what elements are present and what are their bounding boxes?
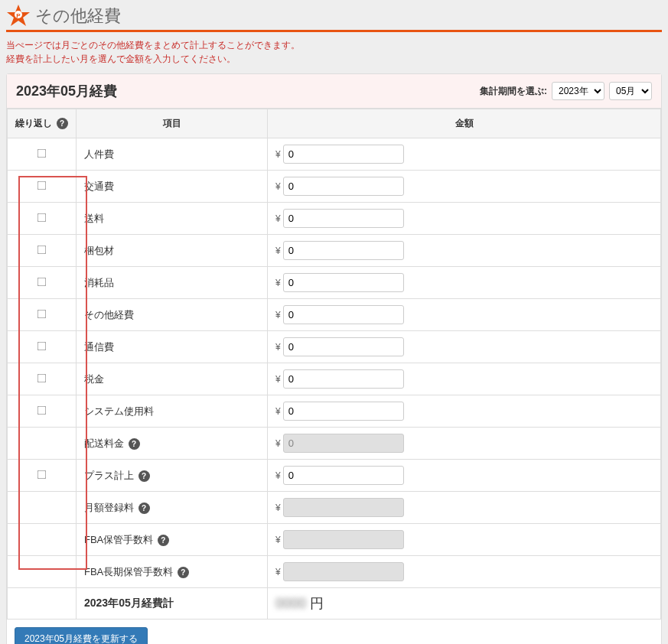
amount-cell: ¥	[268, 460, 661, 492]
header-amount: 金額	[268, 109, 661, 138]
item-label-cell: 消耗品	[77, 267, 268, 299]
repeat-checkbox[interactable]	[37, 470, 47, 479]
amount-cell: ¥	[268, 138, 661, 171]
item-label: FBA保管手数料	[84, 534, 153, 545]
item-label: 送料	[84, 213, 104, 224]
yen-symbol: ¥	[275, 567, 281, 577]
panel-footer: 2023年05月経費を更新する	[7, 620, 661, 644]
table-row: 梱包材¥	[8, 235, 661, 267]
repeat-cell	[8, 235, 77, 267]
yen-symbol: ¥	[275, 503, 281, 513]
repeat-checkbox[interactable]	[37, 373, 47, 382]
item-label-cell: 送料	[77, 203, 268, 235]
help-icon[interactable]: ?	[158, 535, 169, 546]
period-label: 集計期間を選ぶ:	[480, 85, 547, 98]
repeat-cell	[8, 299, 77, 331]
amount-cell: ¥	[268, 363, 661, 395]
table-row: 配送料金 ?¥	[8, 428, 661, 460]
amount-input[interactable]	[283, 241, 404, 260]
yen-symbol: ¥	[275, 535, 281, 545]
item-label-cell: FBA長期保管手数料 ?	[77, 556, 268, 588]
repeat-cell	[8, 395, 77, 428]
repeat-checkbox[interactable]	[37, 405, 47, 415]
amount-input[interactable]	[283, 466, 404, 485]
item-label-cell: プラス計上 ?	[77, 460, 268, 492]
item-label-cell: その他経費	[77, 299, 268, 331]
amount-cell: ¥	[268, 331, 661, 363]
repeat-cell	[8, 524, 77, 556]
header-repeat: 繰り返し ?	[8, 109, 77, 138]
item-label: 通信費	[84, 341, 114, 353]
amount-cell: ¥	[268, 395, 661, 428]
amount-input[interactable]	[283, 209, 404, 228]
repeat-cell	[8, 138, 77, 171]
amount-cell: ¥	[268, 428, 661, 460]
repeat-checkbox[interactable]	[37, 309, 47, 318]
item-label: FBA長期保管手数料	[84, 566, 173, 577]
description-line1: 当ぺージでは月ごとのその他経費をまとめて計上することができます。	[6, 38, 662, 52]
table-row: 税金¥	[8, 363, 661, 395]
description-text: 当ぺージでは月ごとのその他経費をまとめて計上することができます。 経費を計上した…	[6, 38, 662, 66]
item-label-cell: 通信費	[77, 331, 268, 363]
repeat-checkbox[interactable]	[37, 181, 47, 190]
item-label: 消耗品	[84, 277, 114, 288]
total-label: 2023年05月経費計	[77, 588, 268, 620]
header-item: 項目	[77, 109, 268, 138]
amount-input[interactable]	[283, 273, 404, 292]
year-select[interactable]: 2023年	[552, 82, 604, 100]
yen-symbol: ¥	[275, 470, 281, 481]
yen-symbol: ¥	[275, 213, 281, 224]
item-label-cell: 配送料金 ?	[77, 428, 268, 460]
amount-cell: ¥	[268, 492, 661, 524]
table-row: 消耗品¥	[8, 267, 661, 299]
yen-symbol: ¥	[275, 310, 281, 320]
table-row: FBA長期保管手数料 ?¥	[8, 556, 661, 588]
amount-input	[283, 562, 404, 581]
item-label: 配送料金	[84, 437, 124, 449]
item-label-cell: システム使用料	[77, 395, 268, 428]
yen-symbol: ¥	[275, 181, 281, 192]
period-selector: 集計期間を選ぶ: 2023年 05月	[480, 82, 652, 100]
table-row: 通信費¥	[8, 331, 661, 363]
amount-input[interactable]	[283, 369, 404, 389]
amount-input[interactable]	[283, 402, 404, 421]
amount-cell: ¥	[268, 203, 661, 235]
help-icon[interactable]: ?	[138, 470, 150, 482]
amount-cell: ¥	[268, 235, 661, 267]
repeat-checkbox[interactable]	[37, 245, 47, 254]
amount-input[interactable]	[283, 337, 404, 356]
expense-panel: 2023年05月経費 集計期間を選ぶ: 2023年 05月 繰り返し ? 項目 …	[6, 73, 662, 644]
help-icon[interactable]: ?	[138, 503, 150, 514]
item-label: 月額登録料	[84, 502, 134, 513]
svg-text:P: P	[16, 12, 21, 19]
month-select[interactable]: 05月	[609, 82, 652, 100]
table-row: 交通費¥	[8, 171, 661, 203]
table-row: プラス計上 ?¥	[8, 460, 661, 492]
repeat-checkbox[interactable]	[37, 341, 47, 350]
yen-symbol: ¥	[275, 278, 281, 288]
table-row: その他経費¥	[8, 299, 661, 331]
table-row: 月額登録料 ?¥	[8, 492, 661, 524]
update-button[interactable]: 2023年05月経費を更新する	[15, 627, 148, 644]
month-title: 2023年05月経費	[16, 82, 117, 100]
table-row: FBA保管手数料 ?¥	[8, 524, 661, 556]
help-icon[interactable]: ?	[57, 118, 68, 129]
amount-input	[283, 530, 404, 549]
help-icon[interactable]: ?	[129, 438, 140, 450]
repeat-cell	[8, 556, 77, 588]
repeat-checkbox[interactable]	[37, 213, 47, 222]
repeat-cell	[8, 492, 77, 524]
yen-symbol: ¥	[275, 149, 281, 160]
help-icon[interactable]: ?	[178, 567, 189, 578]
repeat-checkbox[interactable]	[37, 277, 47, 286]
amount-input[interactable]	[283, 177, 404, 196]
repeat-checkbox[interactable]	[37, 148, 47, 158]
amount-cell: ¥	[268, 267, 661, 299]
item-label-cell: 月額登録料 ?	[77, 492, 268, 524]
item-label: 交通費	[84, 181, 114, 192]
yen-symbol: ¥	[275, 342, 281, 353]
amount-input[interactable]	[283, 145, 404, 164]
yen-symbol: ¥	[275, 406, 281, 417]
amount-cell: ¥	[268, 299, 661, 331]
amount-input[interactable]	[283, 305, 404, 324]
